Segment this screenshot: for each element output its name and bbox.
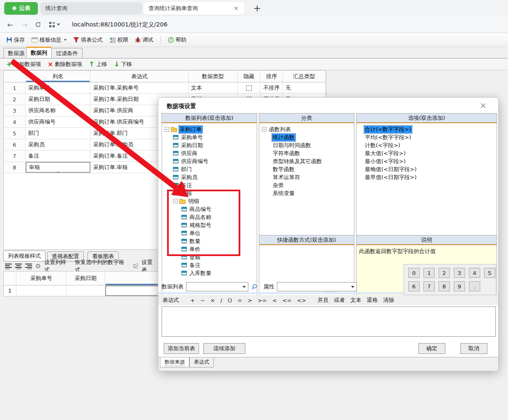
option-item[interactable]: 最大值(<字段>): [356, 149, 497, 157]
preview-cell[interactable]: [66, 285, 105, 296]
numpad-key[interactable]: 3: [454, 268, 465, 278]
operator-button[interactable]: ×: [210, 297, 215, 304]
tab-data-columns[interactable]: 数据列: [26, 47, 52, 58]
column-name-cell[interactable]: 采购日期: [26, 94, 91, 105]
gear-icon[interactable]: ⚙: [35, 262, 41, 270]
category-item[interactable]: 类型转换及其它函数: [259, 157, 354, 165]
expression-cell[interactable]: 采购订单.采购单号: [90, 82, 188, 93]
column-name-cell[interactable]: 供应商编号: [26, 116, 91, 127]
table-row[interactable]: 1采购单号采购订单.采购单号文本不排序无: [4, 82, 326, 94]
tree-item[interactable]: 备注: [162, 261, 257, 269]
operator-button[interactable]: (): [228, 297, 232, 304]
tree-item[interactable]: 部门: [162, 165, 257, 173]
operator-button[interactable]: 退格: [367, 296, 378, 304]
category-item[interactable]: 日期与时间函数: [259, 141, 354, 149]
operator-button[interactable]: 并且: [317, 296, 328, 304]
option-item[interactable]: 最小值(<字段>): [356, 157, 497, 165]
align-right-icon[interactable]: [25, 264, 32, 269]
category-item[interactable]: 算术运算符: [259, 173, 354, 181]
ok-button[interactable]: 确定: [418, 343, 445, 354]
form-formula-button[interactable]: 填表公式: [71, 35, 105, 45]
tab-expression[interactable]: 表达式: [189, 357, 214, 367]
tree-item[interactable]: 供应商: [162, 149, 257, 157]
operator-button[interactable]: >=: [258, 297, 267, 304]
numpad-key[interactable]: .: [469, 281, 480, 291]
debug-button[interactable]: 调试: [133, 35, 155, 45]
permission-button[interactable]: 权限: [107, 35, 130, 45]
operator-button[interactable]: >: [247, 297, 252, 304]
tree-item[interactable]: 采购员: [162, 173, 257, 181]
option-item[interactable]: 平均(<数字字段>): [356, 133, 497, 141]
column-name-cell[interactable]: 采购单号: [26, 82, 91, 93]
tree-item[interactable]: 采购日期: [162, 141, 257, 149]
add-current-table-button[interactable]: 添加当前表: [164, 343, 199, 354]
numpad-key[interactable]: 5: [484, 268, 495, 278]
preview-column-header[interactable]: 采购单号: [16, 272, 66, 285]
column-name-cell[interactable]: 采购员: [26, 139, 91, 150]
numpad-key[interactable]: 4: [469, 268, 480, 278]
operator-button[interactable]: 文本: [350, 296, 361, 304]
hide-cell[interactable]: [238, 82, 261, 93]
tree-item[interactable]: 入库数量: [162, 269, 257, 277]
apps-grid-icon[interactable]: [49, 22, 55, 27]
summary-type-cell[interactable]: 无: [283, 82, 326, 93]
search-icon[interactable]: [251, 283, 258, 290]
save-button[interactable]: 保存: [4, 35, 27, 45]
tree-item[interactable]: −采购订单: [162, 125, 257, 133]
attribute-dropdown[interactable]: [277, 282, 357, 291]
align-left-icon[interactable]: [5, 264, 12, 269]
category-item[interactable]: 系统变量: [259, 189, 354, 197]
numpad-key[interactable]: 9: [454, 281, 465, 291]
expander-icon[interactable]: −: [262, 127, 266, 132]
column-header[interactable]: 汇总类型: [283, 71, 326, 82]
column-name-cell[interactable]: 备注: [26, 151, 91, 161]
category-item[interactable]: 统计函数: [259, 133, 354, 141]
url-text[interactable]: localhost:88/10001/统计定义/206: [72, 21, 168, 29]
numpad-key[interactable]: 2: [439, 268, 450, 278]
column-name-cell[interactable]: 审核: [26, 162, 91, 173]
operator-button[interactable]: <: [272, 297, 277, 304]
operator-button[interactable]: 或者: [334, 296, 345, 304]
browser-tab-active[interactable]: 查询统计采购单查询 ✕: [144, 2, 245, 15]
forward-icon[interactable]: →: [20, 21, 29, 29]
column-header[interactable]: 列名: [26, 71, 91, 82]
column-name-cell[interactable]: 部门: [26, 128, 91, 139]
tree-item[interactable]: −函数列表: [259, 125, 354, 133]
numpad-key[interactable]: 1: [423, 268, 435, 278]
category-item[interactable]: 杂类: [259, 181, 354, 189]
operator-button[interactable]: /: [221, 297, 222, 304]
align-center-icon[interactable]: [15, 264, 22, 269]
tree-item[interactable]: 采购单号: [162, 133, 257, 141]
option-item[interactable]: 最晚值(<日期字段>): [356, 165, 497, 173]
option-item[interactable]: 计数(<字段>): [356, 141, 497, 149]
dialog-close-icon[interactable]: ✕: [480, 101, 487, 110]
tab-list-template-style[interactable]: 列表模板样式: [3, 251, 45, 262]
tree-item[interactable]: 备注: [162, 181, 257, 189]
numpad-key[interactable]: 6: [408, 281, 420, 291]
expander-icon[interactable]: −: [165, 127, 169, 132]
tab-data-origin[interactable]: 数据来源: [160, 357, 189, 367]
operator-button[interactable]: +: [190, 297, 195, 304]
category-item[interactable]: 数学函数: [259, 165, 354, 173]
tab-filter-conditions[interactable]: 过滤条件: [51, 48, 82, 58]
operator-button[interactable]: 清除: [383, 296, 394, 304]
numpad-key[interactable]: 8: [439, 281, 450, 291]
expression-editor[interactable]: [162, 306, 496, 337]
template-info-button[interactable]: 模板信息: [29, 35, 69, 45]
operator-button[interactable]: <>: [297, 297, 306, 304]
operator-button[interactable]: −: [200, 297, 205, 304]
sort-cell[interactable]: 不排序: [261, 82, 283, 93]
operator-button[interactable]: =: [237, 297, 242, 304]
operator-button[interactable]: <=: [282, 297, 292, 304]
move-down-button[interactable]: ↓下移: [112, 59, 134, 69]
add-data-item-button[interactable]: +添加数据项: [4, 59, 43, 69]
help-button[interactable]: ? 帮助: [166, 35, 189, 45]
refresh-icon[interactable]: [35, 21, 42, 28]
column-name-cell[interactable]: 供应商名称: [26, 105, 91, 116]
chevron-down-icon[interactable]: [57, 24, 60, 26]
app-brand-button[interactable]: ❖ 云表: [4, 2, 38, 15]
move-up-button[interactable]: ↑上移: [87, 59, 109, 69]
column-header[interactable]: 数据类型: [189, 71, 238, 82]
option-item[interactable]: 最早值(<日期字段>): [356, 173, 497, 181]
preview-cell[interactable]: [16, 285, 66, 296]
